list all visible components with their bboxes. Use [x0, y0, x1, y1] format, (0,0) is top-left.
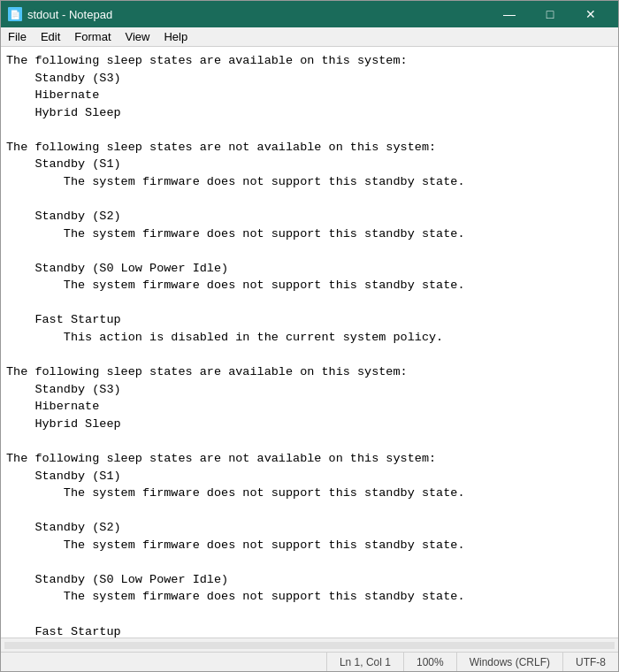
status-segments: Ln 1, Col 1 100% Windows (CRLF) UTF-8	[326, 653, 618, 671]
zoom-level: 100%	[403, 653, 456, 671]
window-controls: — □ ✕	[489, 1, 611, 27]
status-bar: Ln 1, Col 1 100% Windows (CRLF) UTF-8	[1, 652, 618, 671]
notepad-window: 📄 stdout - Notepad — □ ✕ File Edit Forma…	[0, 0, 619, 672]
horizontal-scrollbar[interactable]	[1, 638, 618, 652]
app-icon: 📄	[8, 7, 22, 21]
window-title: stdout - Notepad	[27, 8, 112, 21]
menu-file[interactable]: File	[1, 28, 34, 45]
menu-view[interactable]: View	[118, 28, 157, 45]
menu-bar: File Edit Format View Help	[1, 27, 618, 47]
scrollbar-track[interactable]	[4, 642, 615, 649]
encoding: UTF-8	[562, 653, 618, 671]
menu-format[interactable]: Format	[67, 28, 118, 45]
line-ending: Windows (CRLF)	[456, 653, 562, 671]
title-bar: 📄 stdout - Notepad — □ ✕	[1, 1, 618, 27]
text-area-container[interactable]: The following sleep states are available…	[1, 47, 618, 638]
minimize-button[interactable]: —	[489, 1, 530, 27]
cursor-position: Ln 1, Col 1	[326, 653, 403, 671]
maximize-button[interactable]: □	[530, 1, 570, 27]
text-content[interactable]: The following sleep states are available…	[1, 50, 618, 638]
menu-edit[interactable]: Edit	[34, 28, 67, 45]
close-button[interactable]: ✕	[570, 1, 611, 27]
title-bar-left: 📄 stdout - Notepad	[8, 7, 112, 21]
menu-help[interactable]: Help	[157, 28, 195, 45]
